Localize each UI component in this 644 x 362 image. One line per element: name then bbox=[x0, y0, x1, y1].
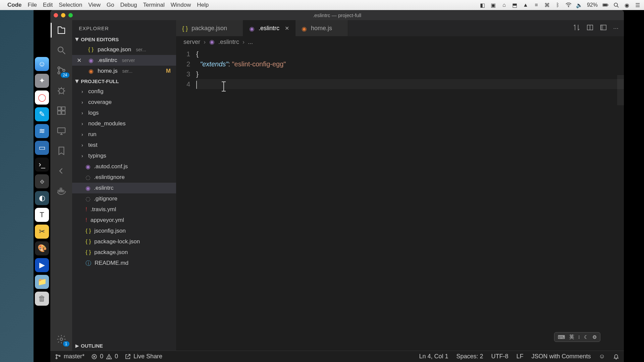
file-item[interactable]: ◌.gitignore bbox=[72, 193, 176, 204]
folder-item[interactable]: ›logs bbox=[72, 108, 176, 118]
file-item[interactable]: ◉.autod.conf.js bbox=[72, 161, 176, 172]
code-editor[interactable]: 1 2 3 4 { "extends": "eslint-config-egg"… bbox=[176, 48, 624, 351]
dock-app-icon[interactable]: 🎨 bbox=[35, 241, 49, 255]
dock-terminal-icon[interactable]: ›_ bbox=[35, 158, 49, 172]
wifi-icon[interactable] bbox=[566, 2, 572, 8]
folder-item[interactable]: ›coverage bbox=[72, 97, 176, 108]
maximize-window-button[interactable] bbox=[68, 13, 73, 17]
folder-item[interactable]: ›typings bbox=[72, 150, 176, 161]
indent-status[interactable]: Spaces: 2 bbox=[456, 353, 483, 360]
close-icon[interactable]: ✕ bbox=[77, 57, 83, 64]
menu-window[interactable]: Window bbox=[171, 2, 191, 8]
open-editor-item[interactable]: ✕ { } package.json ser... bbox=[72, 44, 176, 55]
menu-file[interactable]: File bbox=[28, 2, 37, 8]
dock-app-icon[interactable]: ▭ bbox=[35, 141, 49, 155]
tray-icon[interactable]: ▲ bbox=[523, 2, 529, 8]
code-content[interactable]: { "extends": "eslint-config-egg" } bbox=[196, 48, 624, 351]
tray-icon[interactable]: ≡ bbox=[533, 2, 539, 8]
encoding-status[interactable]: UTF-8 bbox=[491, 353, 508, 360]
language-status[interactable]: JSON with Comments bbox=[532, 353, 591, 360]
menu-view[interactable]: View bbox=[88, 2, 101, 8]
layout-icon[interactable] bbox=[600, 24, 607, 33]
dock-app-icon[interactable]: ⟐ bbox=[35, 174, 49, 188]
close-window-button[interactable] bbox=[54, 13, 58, 17]
minimize-window-button[interactable] bbox=[61, 13, 65, 17]
window-titlebar[interactable]: .eslintrc — project-full bbox=[50, 10, 624, 20]
siri-icon[interactable]: ◉ bbox=[624, 2, 630, 8]
file-item[interactable]: !appveyor.yml bbox=[72, 215, 176, 226]
branch-status[interactable]: master* bbox=[55, 353, 85, 360]
battery-icon[interactable] bbox=[602, 2, 608, 8]
dock-app-icon[interactable]: ▶ bbox=[35, 258, 49, 272]
open-editor-item[interactable]: ✕ ◉ .eslintrc server bbox=[72, 55, 176, 66]
ime-settings-icon[interactable]: ⚙ bbox=[592, 334, 597, 340]
breadcrumb-segment[interactable]: ... bbox=[248, 39, 253, 46]
tray-icon[interactable]: ▣ bbox=[490, 2, 496, 8]
tab-home-js[interactable]: ◉ home.js ✕ bbox=[296, 20, 348, 36]
dock-app-icon[interactable]: ✦ bbox=[35, 74, 49, 88]
remote-icon[interactable] bbox=[55, 125, 67, 137]
folder-item[interactable]: ›run bbox=[72, 129, 176, 140]
project-header[interactable]: ▶ PROJECT-FULL bbox=[72, 76, 176, 86]
tray-icon[interactable]: ⬒ bbox=[512, 2, 518, 8]
menu-help[interactable]: Help bbox=[197, 2, 209, 8]
file-item[interactable]: { }jsconfig.json bbox=[72, 226, 176, 236]
breadcrumb[interactable]: server › ◉ .eslintrc › ... bbox=[176, 36, 624, 48]
menu-terminal[interactable]: Terminal bbox=[143, 2, 164, 8]
tray-icon[interactable]: ⌘ bbox=[544, 2, 550, 8]
ime-toolbar[interactable]: ⌨ 英 ⁝ ☾ ⚙ bbox=[554, 332, 600, 342]
ime-icon[interactable]: ⁝ bbox=[578, 334, 580, 340]
menu-edit[interactable]: Edit bbox=[43, 2, 53, 8]
feedback-icon[interactable]: ☺ bbox=[599, 353, 605, 360]
dock-chrome-icon[interactable]: ◯ bbox=[35, 90, 49, 105]
ime-language[interactable]: 英 bbox=[569, 334, 574, 340]
eol-status[interactable]: LF bbox=[517, 353, 524, 360]
dock-app-icon[interactable]: T bbox=[35, 208, 49, 222]
docker-icon[interactable] bbox=[55, 185, 67, 197]
open-editors-header[interactable]: ▶ OPEN EDITORS bbox=[72, 35, 176, 44]
bookmark-icon[interactable] bbox=[55, 145, 67, 157]
menu-selection[interactable]: Selection bbox=[59, 2, 82, 8]
problems-status[interactable]: 0 0 bbox=[91, 353, 118, 360]
open-editor-item[interactable]: ✕ ◉ home.js ser... M bbox=[72, 66, 176, 76]
minimap[interactable] bbox=[617, 75, 624, 105]
split-icon[interactable] bbox=[586, 24, 594, 33]
file-item[interactable]: { }package-lock.json bbox=[72, 236, 176, 247]
file-item[interactable]: ◌.eslintignore bbox=[72, 172, 176, 183]
volume-icon[interactable]: 🔈 bbox=[576, 2, 582, 8]
source-control-icon[interactable]: 24 bbox=[55, 64, 67, 76]
explorer-icon[interactable] bbox=[55, 24, 67, 36]
breadcrumb-segment[interactable]: server bbox=[183, 39, 200, 46]
bell-icon[interactable] bbox=[613, 354, 619, 360]
bluetooth-icon[interactable]: ᛒ bbox=[555, 2, 561, 8]
tab-package-json[interactable]: { } package.json ✕ bbox=[176, 20, 243, 36]
dock-app-icon[interactable]: ✂ bbox=[35, 225, 49, 239]
close-tab-icon[interactable]: ✕ bbox=[285, 25, 289, 32]
spotlight-icon[interactable] bbox=[613, 2, 619, 8]
outline-header[interactable]: ▶ OUTLINE bbox=[72, 341, 176, 351]
dock-finder-icon[interactable]: ☺ bbox=[35, 57, 49, 71]
ime-icon[interactable]: ☾ bbox=[584, 334, 588, 340]
file-item[interactable]: { }package.json bbox=[72, 247, 176, 258]
liveshare-status[interactable]: Live Share bbox=[125, 353, 162, 360]
breadcrumb-segment[interactable]: .eslintrc bbox=[218, 39, 239, 46]
dock-folder-icon[interactable]: 📁 bbox=[35, 275, 49, 289]
debug-icon[interactable] bbox=[55, 84, 67, 97]
settings-icon[interactable]: 1 bbox=[55, 333, 67, 345]
file-item[interactable]: ⓘREADME.md bbox=[72, 258, 176, 268]
search-icon[interactable] bbox=[55, 44, 67, 56]
tray-icon[interactable]: ⌂ bbox=[501, 2, 507, 8]
tray-icon[interactable]: ◧ bbox=[480, 2, 486, 8]
control-center-icon[interactable]: ☰ bbox=[635, 2, 641, 8]
menu-go[interactable]: Go bbox=[107, 2, 114, 8]
folder-item[interactable]: ›node_modules bbox=[72, 118, 176, 129]
menu-debug[interactable]: Debug bbox=[120, 2, 137, 8]
folder-item[interactable]: ›config bbox=[72, 86, 176, 97]
dock-trash-icon[interactable]: 🗑 bbox=[35, 292, 49, 306]
app-name[interactable]: Code bbox=[7, 2, 22, 8]
ime-icon[interactable]: ⌨ bbox=[558, 334, 565, 340]
more-icon[interactable]: ⋯ bbox=[613, 25, 619, 32]
dock-vscode-icon[interactable]: ≋ bbox=[35, 124, 49, 138]
extensions-icon[interactable] bbox=[55, 105, 67, 117]
file-item[interactable]: !.travis.yml bbox=[72, 204, 176, 215]
